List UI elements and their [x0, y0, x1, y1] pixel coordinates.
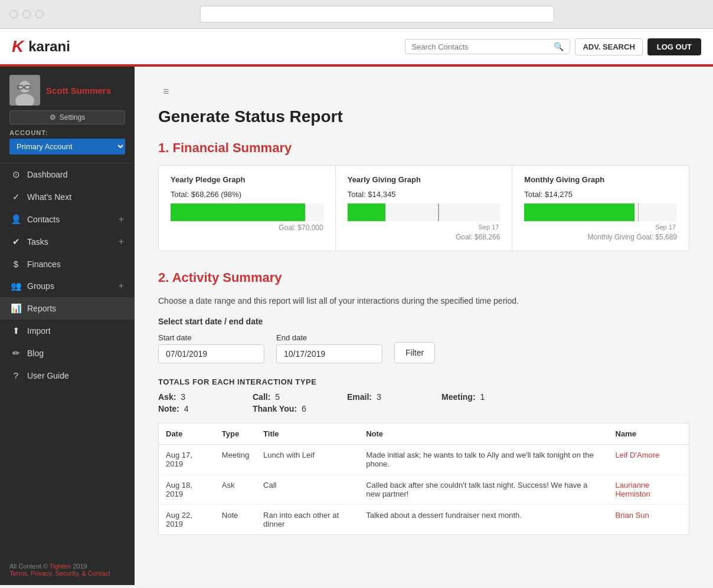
- cell-note: Called back after she couldn't talk last…: [359, 475, 608, 505]
- sidebar-item-label: Contacts: [27, 215, 113, 224]
- graph-total-3: Total: $14,275: [524, 190, 677, 199]
- total-meeting-key: Meeting:: [441, 392, 476, 402]
- table-row: Aug 22, 2019 Note Ran into each other at…: [159, 505, 689, 535]
- logo-k-icon: K: [12, 37, 24, 56]
- user-row: Scott Summers: [9, 75, 125, 106]
- sidebar-item-user-guide[interactable]: ? User Guide: [0, 364, 135, 386]
- cell-note: Made initial ask; he wants to talk to Al…: [359, 445, 608, 475]
- user-info: Scott Summers: [46, 86, 111, 96]
- browser-addressbar[interactable]: [200, 6, 554, 22]
- tasks-icon: ✔: [11, 236, 21, 247]
- end-date-label: End date: [276, 333, 382, 342]
- user-guide-icon: ?: [11, 370, 21, 380]
- monthly-giving-graph: Monthly Giving Graph Total: $14,275 Sep …: [512, 166, 689, 251]
- totals-heading: TOTALS FOR EACH INTERACTION TYPE: [158, 377, 689, 386]
- sidebar-item-label: User Guide: [27, 371, 124, 380]
- search-input[interactable]: [411, 42, 554, 51]
- sidebar-item-whats-next[interactable]: ✓ What's Next: [0, 186, 135, 208]
- browser-dot-close[interactable]: [9, 10, 18, 18]
- groups-plus-icon[interactable]: +: [119, 281, 124, 291]
- total-email: Email: 3: [347, 392, 441, 402]
- total-note: Note: 4: [158, 404, 253, 413]
- sidebar-item-label: Tasks: [27, 237, 113, 247]
- contact-link[interactable]: Brian Sun: [616, 511, 649, 520]
- cell-date: Aug 17, 2019: [159, 445, 215, 475]
- end-date-input[interactable]: [276, 344, 382, 363]
- search-icon: 🔍: [554, 42, 564, 51]
- totals-row-1: Ask: 3 Call: 5 Email: 3 Meeting: 1: [158, 392, 689, 402]
- sidebar-nav: ⊙ Dashboard ✓ What's Next 👤 Contacts + ✔…: [0, 163, 135, 386]
- sidebar-item-blog[interactable]: ✏ Blog: [0, 342, 135, 364]
- col-type: Type: [215, 423, 256, 445]
- date-row: Start date End date Filter: [158, 333, 689, 363]
- tighten-link[interactable]: Tighten: [50, 563, 71, 570]
- gear-icon: ⚙: [50, 113, 56, 121]
- sidebar-item-groups[interactable]: 👥 Groups +: [0, 275, 135, 297]
- contact-link[interactable]: Leif D'Amore: [616, 451, 660, 459]
- total-note-val: 4: [184, 404, 189, 413]
- browser-dot-min[interactable]: [22, 10, 31, 18]
- sidebar-item-contacts[interactable]: 👤 Contacts +: [0, 208, 135, 231]
- filter-button[interactable]: Filter: [394, 342, 435, 363]
- cell-type: Meeting: [215, 445, 256, 475]
- graph-bar-2: [348, 203, 386, 221]
- groups-icon: 👥: [11, 281, 21, 291]
- total-thankyou: Thank You: 6: [253, 404, 347, 413]
- totals-row-2: Note: 4 Thank You: 6: [158, 404, 689, 413]
- browser-chrome: [0, 0, 713, 29]
- dashboard-icon: ⊙: [11, 169, 21, 180]
- total-call-key: Call:: [253, 392, 270, 402]
- total-ask-val: 3: [181, 392, 185, 402]
- total-call: Call: 5: [253, 392, 347, 402]
- col-name: Name: [609, 423, 689, 445]
- sidebar-item-label: What's Next: [27, 192, 124, 202]
- account-select[interactable]: Primary Account: [9, 139, 125, 155]
- hamburger-icon[interactable]: ≡: [158, 81, 689, 103]
- cell-name: Laurianne Hermiston: [609, 475, 689, 505]
- total-meeting: Meeting: 1: [441, 392, 536, 402]
- total-thankyou-val: 6: [302, 404, 306, 413]
- sidebar-item-import[interactable]: ⬆ Import: [0, 320, 135, 342]
- cell-name: Leif D'Amore: [609, 445, 689, 475]
- settings-button[interactable]: ⚙ Settings: [9, 110, 125, 124]
- sidebar-item-label: Finances: [27, 259, 124, 269]
- tasks-plus-icon[interactable]: +: [119, 236, 124, 247]
- graph-bar-1: [171, 203, 305, 221]
- total-meeting-val: 1: [480, 392, 485, 402]
- user-section: Scott Summers ⚙ Settings ACCOUNT: Primar…: [0, 67, 135, 163]
- select-date-label: Select start date / end date: [158, 317, 689, 326]
- yearly-pledge-graph: Yearly Pledge Graph Total: $68,266 (98%)…: [159, 166, 336, 251]
- graph-sep-line-2: [438, 203, 439, 221]
- cell-name: Brian Sun: [609, 505, 689, 535]
- logout-button[interactable]: LOG OUT: [647, 38, 701, 55]
- logo-text: karani: [28, 38, 70, 55]
- sidebar-item-label: Blog: [27, 349, 124, 358]
- sidebar-item-tasks[interactable]: ✔ Tasks +: [0, 231, 135, 253]
- cell-type: Note: [215, 505, 256, 535]
- start-date-input[interactable]: [158, 344, 264, 363]
- sidebar-item-dashboard[interactable]: ⊙ Dashboard: [0, 163, 135, 186]
- logo: K karani: [12, 37, 70, 56]
- graph-bar-container-1: [171, 203, 323, 221]
- total-email-key: Email:: [347, 392, 372, 402]
- footer-links[interactable]: Terms, Privacy, Security, & Contact: [9, 570, 110, 577]
- graph-label-2: Yearly Giving Graph: [348, 175, 501, 184]
- sidebar-item-reports[interactable]: 📊 Reports: [0, 297, 135, 320]
- start-date-field: Start date: [158, 333, 264, 363]
- sidebar-item-finances[interactable]: $ Finances: [0, 253, 135, 275]
- sidebar-item-label: Reports: [27, 304, 124, 313]
- contact-link[interactable]: Laurianne Hermiston: [616, 481, 650, 498]
- sidebar: Scott Summers ⚙ Settings ACCOUNT: Primar…: [0, 67, 135, 585]
- graph-bar-container-3: [524, 203, 677, 221]
- start-date-label: Start date: [158, 333, 264, 342]
- adv-search-button[interactable]: ADV. SEARCH: [575, 38, 642, 55]
- blog-icon: ✏: [11, 348, 21, 359]
- graph-sep-line-3: [638, 203, 639, 221]
- sidebar-item-label: Groups: [27, 281, 113, 291]
- browser-dot-max[interactable]: [35, 10, 44, 18]
- col-date: Date: [159, 423, 215, 445]
- graph-sep-label-2: Sep 17: [348, 224, 501, 231]
- copyright-text: All Content © Tighten 2019: [9, 563, 125, 570]
- avatar: [9, 75, 40, 106]
- contacts-plus-icon[interactable]: +: [119, 214, 124, 225]
